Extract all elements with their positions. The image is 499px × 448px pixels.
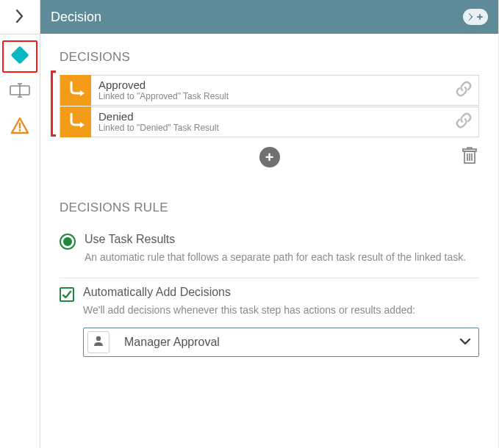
svg-marker-7	[469, 13, 473, 21]
chevron-right-icon	[15, 8, 25, 27]
sidebar-expand[interactable]	[0, 1, 40, 34]
decisions-rule-section-title: DECISIONS RULE	[60, 200, 479, 215]
sidebar-divider	[0, 34, 40, 35]
decision-labels: Approved Linked to "Approved" Task Resul…	[91, 79, 449, 101]
decisions-list: Approved Linked to "Approved" Task Resul…	[60, 75, 479, 137]
use-task-results-radio[interactable]	[60, 234, 76, 250]
chevron-down-icon	[459, 336, 471, 349]
decisions-actions: +	[60, 143, 479, 171]
task-select-dropdown[interactable]: Manager Approval	[83, 328, 479, 357]
page-title: Decision	[51, 10, 101, 25]
sidebar-item-textbox[interactable]	[2, 76, 37, 108]
task-select-label: Manager Approval	[110, 336, 452, 349]
link-icon	[455, 80, 473, 101]
link-icon	[455, 112, 473, 132]
decision-sub: Linked to "Denied" Task Result	[98, 123, 449, 134]
option-desc: We'll add decisions whenever this task s…	[83, 303, 479, 317]
plus-icon: +	[265, 149, 274, 166]
decision-labels: Denied Linked to "Denied" Task Result	[91, 110, 449, 133]
option-text: Automatically Add Decisions We'll add de…	[83, 286, 479, 357]
decision-row[interactable]: Denied Linked to "Denied" Task Result	[60, 106, 479, 137]
decision-iconbox	[60, 106, 91, 137]
decision-iconbox	[60, 75, 91, 106]
trash-icon	[462, 147, 478, 167]
decision-row[interactable]: Approved Linked to "Approved" Task Resul…	[60, 75, 479, 106]
add-pointer-icon	[467, 12, 484, 22]
main-panel: Decision DECISIONS	[40, 0, 498, 448]
decision-link-button[interactable]	[449, 75, 478, 106]
user-icon	[92, 334, 105, 350]
sidebar-item-warning[interactable]	[2, 111, 37, 143]
sidebar	[0, 0, 40, 448]
content: DECISIONS Approved Linked to "Approved" …	[40, 34, 498, 448]
option-title: Use Task Results	[85, 233, 479, 246]
add-decision-button[interactable]: +	[259, 147, 280, 167]
header: Decision	[40, 0, 498, 34]
option-text: Use Task Results An automatic rule that …	[85, 233, 479, 264]
task-select-iconbox	[87, 331, 110, 353]
textbox-icon	[10, 83, 30, 101]
rule-option-auto-add: Automatically Add Decisions We'll add de…	[60, 278, 479, 370]
sidebar-item-decision[interactable]	[2, 40, 37, 73]
svg-marker-10	[80, 90, 85, 96]
warning-icon	[10, 117, 29, 137]
rule-option-task-results: Use Task Results An automatic rule that …	[60, 225, 479, 278]
delete-decision-button[interactable]	[460, 148, 479, 167]
task-select-chevron	[452, 336, 478, 349]
diamond-icon	[10, 46, 29, 68]
decision-name: Denied	[98, 110, 449, 123]
decision-name: Approved	[98, 79, 449, 91]
svg-rect-17	[467, 148, 472, 149]
decisions-section-title: DECISIONS	[60, 50, 479, 65]
auto-add-checkbox[interactable]	[60, 287, 74, 302]
highlight-bracket	[51, 71, 53, 137]
svg-marker-11	[80, 122, 85, 128]
decision-sub: Linked to "Approved" Task Result	[98, 92, 449, 102]
check-icon	[62, 289, 72, 300]
svg-rect-0	[10, 46, 29, 64]
branch-arrow-icon	[65, 79, 86, 102]
svg-point-6	[19, 129, 21, 131]
header-add-button[interactable]	[463, 9, 488, 25]
option-desc: An automatic rule that follows a separat…	[85, 250, 479, 264]
decision-link-button[interactable]	[449, 106, 478, 137]
option-title: Automatically Add Decisions	[83, 286, 479, 299]
branch-arrow-icon	[65, 110, 86, 134]
svg-point-18	[96, 336, 101, 341]
